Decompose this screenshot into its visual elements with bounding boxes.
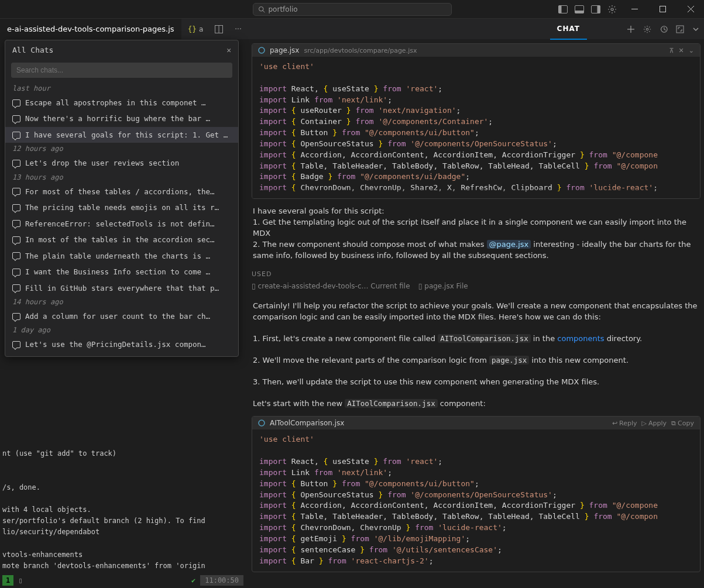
code-card-page-jsx: page.jsx src/app/devtools/compare/page.j… — [252, 43, 700, 199]
status-block: 1 — [2, 575, 13, 586]
gear-icon[interactable] — [641, 24, 654, 35]
code-body: 'use client' import React, { useState } … — [252, 429, 700, 571]
window-minimize[interactable] — [621, 0, 648, 19]
layout-bottom-icon[interactable] — [572, 2, 587, 17]
copy-button[interactable]: ⧉ Copy — [671, 419, 694, 427]
chat-item[interactable]: Fill in GitHub stars everywhere that tha… — [5, 280, 238, 297]
titlebar: portfolio — [0, 0, 704, 19]
chat-item[interactable]: The plain table underneath the charts is… — [5, 248, 238, 264]
msg-line: 1. Get the templating logic out of the s… — [253, 217, 699, 239]
chat-list-title: All Chats — [12, 45, 53, 56]
close-icon[interactable]: ✕ — [679, 47, 684, 54]
chat-item-label: For most of these tables / accordions, t… — [25, 187, 215, 197]
file-tab[interactable]: e-ai-assisted-dev-tools-comparison-pages… — [0, 19, 182, 39]
chat-section-label: 14 hours ago — [5, 296, 238, 308]
chat-bubble-icon — [12, 160, 20, 167]
layout-left-icon[interactable] — [555, 2, 571, 17]
chat-bubble-icon — [12, 132, 20, 139]
used-label: USED — [252, 270, 700, 278]
svg-point-17 — [646, 28, 648, 30]
chat-bubble-icon — [12, 284, 20, 291]
chat-item[interactable]: For most of these tables / accordions, t… — [5, 184, 238, 200]
chevron-down-icon[interactable] — [690, 25, 702, 34]
chat-item-label: Fill in GitHub stars everywhere that tha… — [25, 283, 219, 294]
chat-item-label: In most of the tables in the accordion s… — [25, 235, 215, 245]
assistant-message: 2. We'll move the relevant parts of the … — [252, 353, 700, 369]
user-message: I have several goals for this script: 1.… — [252, 204, 700, 263]
chat-item-label: Now there's a horrific bug where the bar… — [25, 114, 210, 124]
reply-button[interactable]: ↩ Reply — [612, 419, 637, 427]
chat-item[interactable]: I have several goals for this script: 1.… — [5, 127, 238, 143]
svg-point-21 — [259, 420, 265, 426]
window-close[interactable] — [677, 0, 704, 19]
link[interactable]: components — [557, 334, 604, 343]
chat-item[interactable]: The pricing table needs emojis on all it… — [5, 200, 238, 216]
chat-item-label: The pricing table needs emojis on all it… — [25, 202, 219, 213]
titlebar-search-text: portfolio — [269, 5, 298, 13]
svg-rect-3 — [559, 5, 562, 13]
chat-panel: page.jsx src/app/devtools/compare/page.j… — [246, 40, 704, 588]
chat-bubble-icon — [12, 341, 20, 348]
overflow-menu[interactable]: ··· — [229, 19, 247, 39]
chat-bubble-icon — [12, 236, 20, 243]
file-mention[interactable]: @page.jsx — [487, 240, 531, 249]
chat-search-input[interactable] — [11, 63, 232, 78]
search-icon — [258, 6, 265, 13]
chat-item[interactable]: In most of the tables in the accordion s… — [5, 232, 238, 248]
split-icon[interactable] — [209, 19, 229, 39]
chat-item-label: I want the Business Info section to come… — [25, 267, 210, 277]
svg-point-8 — [611, 8, 613, 11]
chat-item-label: The plain table underneath the charts is… — [25, 251, 210, 262]
chat-item[interactable]: I want the Business Info section to come… — [5, 264, 238, 280]
add-icon[interactable] — [624, 24, 637, 35]
chat-item[interactable]: ReferenceError: selectedTools is not def… — [5, 216, 238, 232]
chat-item[interactable]: Escape all apostrophes in this componet … — [5, 95, 238, 111]
chat-section-label: last hour — [5, 82, 238, 95]
close-icon[interactable]: ✕ — [226, 45, 231, 56]
chat-item[interactable]: Now there's a horrific bug where the bar… — [5, 111, 238, 127]
terminal-output: nt (use "git add" to track) /s, done. wi… — [0, 448, 246, 572]
used-file-chip[interactable]: ▯ page.jsx File — [418, 282, 468, 290]
window-maximize[interactable] — [649, 0, 676, 19]
svg-point-20 — [259, 47, 265, 53]
code-card-aitoolcomparison: AIToolComparison.jsx ↩ Reply ▷ Apply ⧉ C… — [252, 416, 700, 572]
code-body: 'use client' import React, { useState } … — [252, 57, 700, 198]
chat-section-label: 13 hours ago — [5, 171, 238, 184]
svg-rect-19 — [676, 26, 684, 33]
svg-rect-7 — [597, 5, 600, 13]
pin-icon[interactable]: ⊼ — [669, 47, 674, 54]
chat-item[interactable]: Add a column for user count to the bar c… — [5, 308, 238, 325]
code-filename: page.jsx — [270, 46, 299, 54]
chat-item-label: Let's use the @PricingDetails.jsx compon… — [25, 339, 206, 350]
chat-item-label: Escape all apostrophes in this componet … — [25, 98, 206, 108]
file-tab-label: e-ai-assisted-dev-tools-comparison-pages… — [7, 25, 174, 33]
chat-item[interactable]: Let's drop the user reviews section — [5, 155, 238, 171]
chat-tab[interactable]: CHAT — [550, 19, 587, 40]
file-icon — [258, 47, 265, 54]
chat-bubble-icon — [12, 252, 20, 259]
status-time: 11:00:50 — [200, 575, 243, 586]
gear-icon[interactable] — [605, 2, 620, 17]
assistant-message: Certainly! I'll help you refactor the sc… — [252, 298, 700, 325]
json-tab[interactable]: {}a — [182, 19, 210, 39]
chat-section-label: 12 hours ago — [5, 143, 238, 155]
chat-item-label: Let's drop the user reviews section — [25, 158, 179, 169]
chat-tab-label: CHAT — [557, 25, 580, 33]
chat-bubble-icon — [12, 115, 20, 122]
assistant-message: Let's start with the new AIToolCompariso… — [252, 396, 700, 412]
chat-item-label: I have several goals for this script: 1.… — [25, 130, 228, 140]
used-file-chip[interactable]: ▯ create-ai-assisted-dev-tools-c… Curren… — [252, 282, 410, 290]
titlebar-search[interactable]: portfolio — [253, 3, 452, 16]
expand-icon[interactable] — [674, 24, 686, 35]
status-check: ✔ — [191, 576, 195, 586]
tab-row: e-ai-assisted-dev-tools-comparison-pages… — [0, 19, 704, 40]
chat-item[interactable]: Let's use the @PricingDetails.jsx compon… — [5, 336, 238, 353]
chevron-down-icon[interactable]: ⌄ — [689, 47, 694, 54]
chat-bubble-icon — [12, 269, 20, 276]
history-icon[interactable] — [657, 24, 670, 35]
apply-button[interactable]: ▷ Apply — [642, 419, 667, 427]
terminal-status-line: 1 ▯ ✔ 11:00:50 — [0, 573, 246, 588]
assistant-message: 3. Then, we'll update the script to use … — [252, 374, 700, 390]
layout-right-icon[interactable] — [588, 2, 603, 17]
svg-point-0 — [259, 6, 263, 11]
